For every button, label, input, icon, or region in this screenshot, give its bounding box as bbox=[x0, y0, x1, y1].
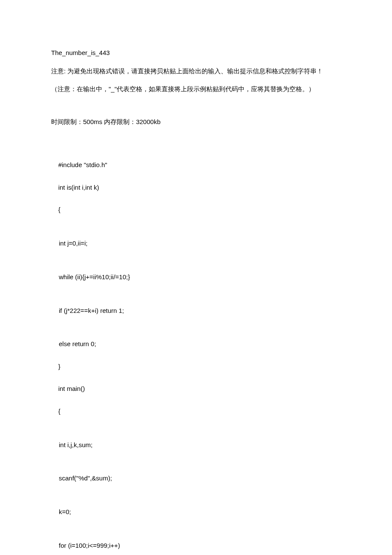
code-line: while (ii){j+=ii%10;ii/=10;} bbox=[51, 272, 341, 283]
code-line: { bbox=[58, 408, 61, 415]
spacer bbox=[51, 134, 341, 148]
code-line: scanf("%d",&sum); bbox=[51, 473, 341, 484]
limits-line: 时间限制：500ms 内存限制：32000kb bbox=[51, 116, 341, 128]
spacer bbox=[51, 101, 341, 116]
output-example-line: The_number_is_443 bbox=[51, 47, 341, 59]
code-line: int main() bbox=[58, 385, 85, 392]
code-line: k=0; bbox=[51, 506, 341, 517]
document-page: The_number_is_443 注意: 为避免出现格式错误，请直接拷贝粘贴上… bbox=[0, 0, 392, 555]
code-line: for (i=100;i<=999;i++) bbox=[51, 540, 341, 551]
code-line: { bbox=[58, 206, 61, 213]
code-line: else return 0; bbox=[51, 338, 341, 350]
code-block: #include "stdio.h" int is(int i,int k) {… bbox=[51, 148, 341, 555]
code-line: int i,j,k,sum; bbox=[51, 439, 341, 451]
code-line: int is(int i,int k) bbox=[58, 184, 99, 191]
code-line: int j=0,ii=i; bbox=[51, 238, 341, 249]
code-line: #include "stdio.h" bbox=[58, 161, 107, 168]
notice-format: 注意: 为避免出现格式错误，请直接拷贝粘贴上面给出的输入、输出提示信息和格式控制… bbox=[51, 65, 341, 78]
code-line: if (j*222==k+i) return 1; bbox=[51, 305, 341, 316]
code-line: } bbox=[58, 363, 61, 370]
notice-underscore: （注意：在输出中，"_"代表空格，如果直接将上段示例粘贴到代码中，应将其替换为空… bbox=[51, 83, 341, 95]
